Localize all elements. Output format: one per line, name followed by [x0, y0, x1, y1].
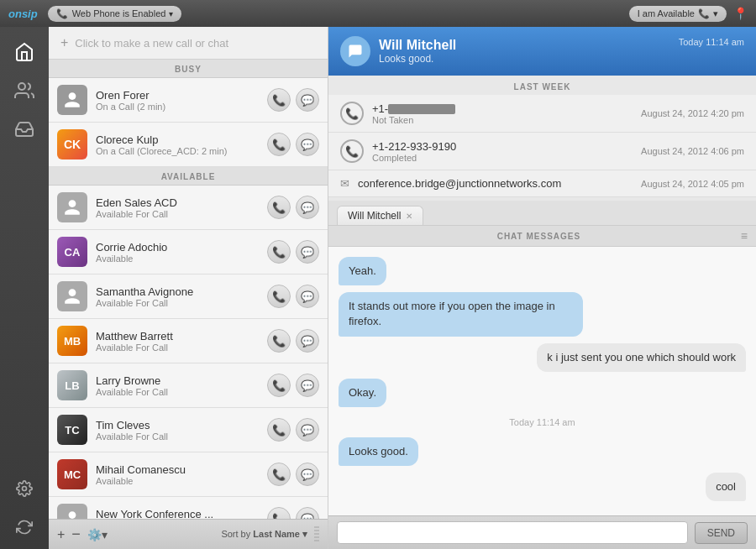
chat-input-bar: SEND — [328, 515, 756, 549]
message-3: k i just sent you one which should work — [537, 343, 746, 372]
availability-arrow: ▾ — [713, 8, 718, 19]
phone-status-label: Web Phone is Enabled — [72, 8, 166, 18]
contact-item-clorece-kulp[interactable]: CK Clorece Kulp On a Call (Clorece_ACD: … — [49, 123, 328, 167]
avatar-mihail: MC — [57, 459, 87, 489]
message-1: Yeah. — [339, 257, 386, 285]
remove-contact-icon[interactable]: − — [71, 525, 81, 543]
chat-button[interactable]: 💬 — [296, 240, 319, 264]
history-status-2: Completed — [372, 153, 641, 163]
busy-section-header: BUSY — [49, 60, 328, 78]
phone-status-arrow: ▾ — [169, 9, 173, 18]
call-button[interactable]: 📞 — [267, 133, 291, 156]
contact-actions: 📞 💬 — [267, 418, 319, 442]
contact-item-tim[interactable]: TC Tim Cleves Available For Call 📞 💬 — [49, 408, 328, 452]
email-icon: ✉ — [340, 177, 349, 190]
phone-status-button[interactable]: 📞 Web Phone is Enabled ▾ — [48, 6, 182, 22]
phone-icon: 📞 — [56, 8, 68, 19]
sidebar-item-sync[interactable] — [8, 510, 41, 544]
history-item-email[interactable]: ✉ conference.bridge@junctionnetworks.com… — [328, 170, 756, 197]
chat-button[interactable]: 💬 — [296, 88, 319, 112]
history-phone-icon: 📞 — [340, 102, 364, 125]
chat-input[interactable] — [337, 521, 688, 544]
contact-item-matthew[interactable]: MB Matthew Barrett Available For Call 📞 … — [49, 319, 328, 363]
sidebar — [0, 27, 49, 549]
topbar: onsip 📞 Web Phone is Enabled ▾ I am Avai… — [0, 0, 756, 27]
contact-actions: 📞 💬 — [267, 88, 319, 112]
contact-item-corrie[interactable]: CA Corrie Adochio Available 📞 💬 — [49, 230, 328, 274]
sidebar-item-contacts[interactable] — [8, 74, 41, 107]
contact-actions: 📞 💬 — [267, 133, 319, 156]
contact-info-oren: Oren Forer On a Call (2 min) — [96, 89, 267, 112]
availability-button[interactable]: I am Available 📞 ▾ — [629, 6, 727, 22]
call-button[interactable]: 📞 — [267, 463, 291, 486]
contact-item-samantha[interactable]: Samantha Avignone Available For Call 📞 💬 — [49, 274, 328, 319]
call-button[interactable]: 📞 — [267, 240, 291, 264]
add-contact-icon[interactable]: + — [57, 527, 65, 542]
availability-phone-icon: 📞 — [698, 8, 710, 19]
contact-item-larry[interactable]: LB Larry Browne Available For Call 📞 💬 — [49, 363, 328, 408]
call-button[interactable]: 📞 — [267, 374, 291, 397]
call-button[interactable]: 📞 — [267, 418, 291, 442]
contact-name: Tim Cleves — [96, 419, 267, 431]
call-button[interactable]: 📞 — [267, 507, 291, 519]
contact-info-mihail: Mihail Comanescu Available — [96, 463, 267, 486]
contact-name: Eden Sales ACD — [96, 196, 267, 209]
svg-point-1 — [23, 487, 27, 491]
chat-button[interactable]: 💬 — [296, 285, 319, 308]
chat-menu-icon[interactable]: ≡ — [741, 229, 748, 243]
contact-status: On a Call (Clorece_ACD: 2 min) — [96, 146, 267, 156]
sort-label: Sort by Last Name ▾ — [221, 529, 307, 540]
send-button[interactable]: SEND — [695, 522, 748, 544]
contact-status: Available For Call — [96, 342, 267, 353]
sidebar-item-home[interactable] — [8, 35, 41, 69]
contact-info-clorece: Clorece Kulp On a Call (Clorece_ACD: 2 m… — [96, 133, 267, 156]
call-button[interactable]: 📞 — [267, 196, 291, 219]
chat-button[interactable]: 💬 — [296, 418, 319, 442]
chat-button[interactable]: 💬 — [296, 196, 319, 219]
chat-button[interactable]: 💬 — [296, 507, 319, 519]
contact-list: BUSY Oren Forer On a Call (2 min) 📞 — [49, 60, 328, 519]
bottom-bar: + − ⚙️▾ Sort by Last Name ▾ — [49, 519, 328, 549]
contact-item-eden[interactable]: Eden Sales ACD Available For Call 📞 💬 — [49, 186, 328, 230]
call-button[interactable]: 📞 — [267, 285, 291, 308]
contact-actions: 📞 💬 — [267, 329, 319, 353]
settings-icon[interactable]: ⚙️▾ — [87, 528, 108, 541]
chat-button[interactable]: 💬 — [296, 133, 319, 156]
chat-tab-will-mitchell[interactable]: Will Mitchell ✕ — [337, 206, 423, 225]
new-call-bar[interactable]: + Click to make a new call or chat — [49, 27, 328, 60]
history-email-address: conference.bridge@junctionnetworks.com — [358, 177, 641, 190]
location-icon[interactable]: 📍 — [733, 7, 748, 20]
chat-button[interactable]: 💬 — [296, 463, 319, 486]
contact-actions: 📞 💬 — [267, 374, 319, 397]
history-item-1[interactable]: 📞 +1- Not Taken August 24, 2012 4:20 pm — [328, 95, 756, 133]
history-info-2: +1-212-933-9190 Completed — [372, 140, 641, 163]
contact-item-mihail[interactable]: MC Mihail Comanescu Available 📞 💬 — [49, 452, 328, 497]
contact-actions: 📞 💬 — [267, 285, 319, 308]
contact-name: New York Conference ... — [96, 508, 267, 520]
message-6: cool — [706, 473, 746, 501]
message-timestamp: Today 11:14 am — [339, 417, 746, 427]
avatar-tim: TC — [57, 415, 87, 445]
contact-name: Clorece Kulp — [96, 133, 267, 146]
history-item-2[interactable]: 📞 +1-212-933-9190 Completed August 24, 2… — [328, 133, 756, 170]
resize-handle — [314, 526, 319, 543]
sort-arrow: ▾ — [302, 529, 307, 539]
call-button[interactable]: 📞 — [267, 329, 291, 353]
contact-name: Larry Browne — [96, 374, 267, 387]
history-status-1: Not Taken — [372, 115, 641, 125]
contact-name: Corrie Adochio — [96, 241, 267, 254]
chat-tab-close[interactable]: ✕ — [406, 212, 412, 221]
chat-header-avatar — [340, 36, 370, 66]
contact-item-oren-forer[interactable]: Oren Forer On a Call (2 min) 📞 💬 — [49, 78, 328, 123]
chat-button[interactable]: 💬 — [296, 329, 319, 353]
contact-info-larry: Larry Browne Available For Call — [96, 374, 267, 397]
chat-button[interactable]: 💬 — [296, 374, 319, 397]
call-button[interactable]: 📞 — [267, 88, 291, 112]
sidebar-item-inbox[interactable] — [8, 112, 41, 146]
chat-tabs: Will Mitchell ✕ — [328, 201, 756, 226]
avatar-larry: LB — [57, 370, 87, 400]
avatar-clorece-kulp: CK — [57, 129, 87, 159]
contact-status: On a Call (2 min) — [96, 102, 267, 112]
contact-item-nyconference[interactable]: New York Conference ... Available For Ca… — [49, 497, 328, 519]
sidebar-item-settings[interactable] — [8, 472, 41, 505]
